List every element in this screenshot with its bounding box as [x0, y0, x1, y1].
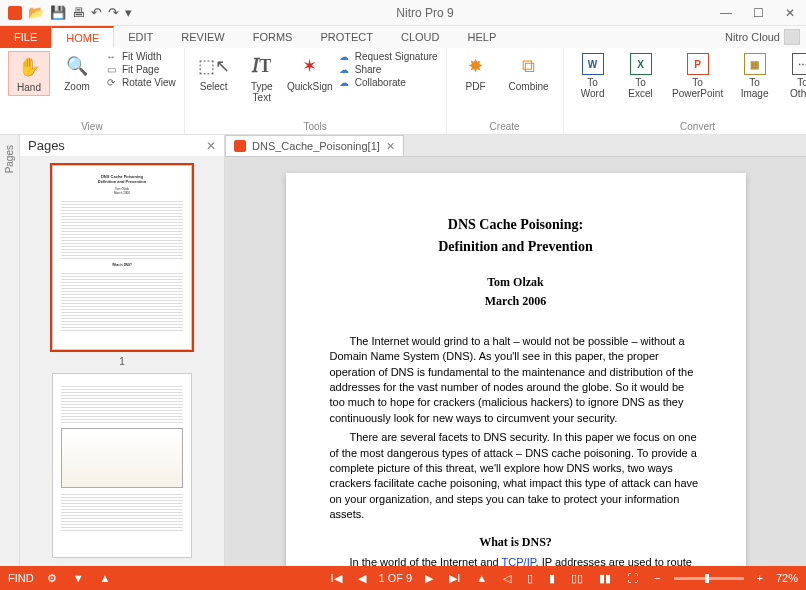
- prev-page-icon[interactable]: ◀: [355, 572, 369, 585]
- open-icon[interactable]: 📂: [28, 5, 44, 20]
- reqsig-icon: ☁: [337, 51, 351, 62]
- tab-forms[interactable]: FORMS: [239, 26, 307, 48]
- zoom-tool-button[interactable]: 🔍 Zoom: [56, 51, 98, 94]
- view-continuous-icon[interactable]: ▮: [546, 572, 558, 585]
- page-number-1: 1: [119, 356, 125, 367]
- type-text-label: Type Text: [251, 81, 273, 103]
- type-text-button[interactable]: 𝐼T Type Text: [241, 51, 283, 105]
- doc-title-1: DNS Cache Poisoning:: [330, 215, 702, 235]
- tab-protect[interactable]: PROTECT: [306, 26, 387, 48]
- group-convert: W To Word X To Excel P To PowerPoint ▦ T…: [564, 48, 806, 134]
- customize-icon[interactable]: ▾: [125, 5, 132, 20]
- tab-help[interactable]: HELP: [454, 26, 511, 48]
- to-image-button[interactable]: ▦ To Image: [734, 51, 776, 101]
- print-icon[interactable]: 🖶: [72, 5, 85, 20]
- document-tab-1[interactable]: DNS_Cache_Poisoning[1] ✕: [225, 135, 404, 156]
- collab-label: Collaborate: [355, 77, 406, 88]
- settings-icon[interactable]: ⚙: [44, 572, 60, 585]
- back-icon[interactable]: ◁: [500, 572, 514, 585]
- view-single-icon[interactable]: ▯: [524, 572, 536, 585]
- fit-page-icon: ▭: [104, 64, 118, 75]
- prev-find-icon[interactable]: ▼: [70, 572, 87, 584]
- zoom-out-icon[interactable]: −: [651, 572, 663, 584]
- request-signature-button[interactable]: ☁Request Signature: [337, 51, 438, 62]
- doc-author: Tom Olzak: [330, 274, 702, 291]
- zoom-in-icon[interactable]: +: [754, 572, 766, 584]
- next-page-icon[interactable]: ▶: [422, 572, 436, 585]
- close-button[interactable]: ✕: [774, 6, 806, 20]
- nitro-cloud-link[interactable]: Nitro Cloud: [719, 26, 806, 48]
- thumbnails-list[interactable]: DNS Cache PoisoningDefinition and Preven…: [20, 157, 224, 566]
- window-controls: — ☐ ✕: [710, 6, 806, 20]
- save-icon[interactable]: 💾: [50, 5, 66, 20]
- maximize-button[interactable]: ☐: [742, 6, 774, 20]
- hand-label: Hand: [17, 82, 41, 93]
- minimize-button[interactable]: —: [710, 6, 742, 20]
- zoom-slider-knob[interactable]: [705, 574, 709, 583]
- group-view-label: View: [8, 121, 176, 132]
- select-label: Select: [200, 81, 228, 92]
- view-facing-icon[interactable]: ▯▯: [568, 572, 586, 585]
- app-icon: [8, 6, 22, 20]
- zoom-slider[interactable]: [674, 577, 744, 580]
- redo-icon[interactable]: ↷: [108, 5, 119, 20]
- doc-title-2: Definition and Prevention: [330, 237, 702, 257]
- page-thumbnail-1[interactable]: DNS Cache PoisoningDefinition and Preven…: [52, 165, 192, 350]
- rotate-view-button[interactable]: ⟳Rotate View: [104, 77, 176, 88]
- tab-cloud[interactable]: CLOUD: [387, 26, 454, 48]
- pages-panel-close-icon[interactable]: ✕: [206, 139, 216, 153]
- share-button[interactable]: ☁Share: [337, 64, 438, 75]
- to-other-button[interactable]: ⋯ To Other: [782, 51, 806, 101]
- select-button[interactable]: ⬚↖ Select: [193, 51, 235, 94]
- doc-para-3: In the world of the Internet and TCP/IP,…: [330, 555, 702, 566]
- tab-home[interactable]: HOME: [51, 26, 114, 48]
- quicksign-button[interactable]: ✶ QuickSign: [289, 51, 331, 94]
- tab-review[interactable]: REVIEW: [167, 26, 238, 48]
- quicksign-icon: ✶: [297, 53, 323, 79]
- document-tab-1-close-icon[interactable]: ✕: [386, 140, 395, 153]
- create-pdf-button[interactable]: ✸ PDF: [455, 51, 497, 94]
- undo-icon[interactable]: ↶: [91, 5, 102, 20]
- word-icon: W: [582, 53, 604, 75]
- type-text-icon: 𝐼T: [249, 53, 275, 79]
- next-find-icon[interactable]: ▲: [97, 572, 114, 584]
- rotate-icon: ⟳: [104, 77, 118, 88]
- to-other-label: To Other: [790, 77, 806, 99]
- find-button[interactable]: FIND: [8, 572, 34, 584]
- to-word-button[interactable]: W To Word: [572, 51, 614, 101]
- other-icon: ⋯: [792, 53, 806, 75]
- collaborate-button[interactable]: ☁Collaborate: [337, 77, 438, 88]
- document-view[interactable]: DNS Cache Poisoning: Definition and Prev…: [225, 157, 806, 566]
- to-ppt-label: To PowerPoint: [672, 77, 723, 99]
- fit-width-button[interactable]: ↔Fit Width: [104, 51, 176, 62]
- to-excel-button[interactable]: X To Excel: [620, 51, 662, 101]
- combine-label: Combine: [509, 81, 549, 92]
- last-page-icon[interactable]: ▶I: [446, 572, 463, 585]
- to-image-label: To Image: [741, 77, 769, 99]
- document-tab-1-label: DNS_Cache_Poisoning[1]: [252, 140, 380, 152]
- zoom-level[interactable]: 72%: [776, 572, 798, 584]
- first-page-icon[interactable]: I◀: [327, 572, 344, 585]
- group-tools-label: Tools: [193, 121, 438, 132]
- hand-tool-button[interactable]: ✋ Hand: [8, 51, 50, 96]
- page-thumbnail-2[interactable]: [52, 373, 192, 558]
- link-tcpip[interactable]: TCP/IP: [502, 556, 536, 566]
- zoom-icon: 🔍: [64, 53, 90, 79]
- rotate-label: Rotate View: [122, 77, 176, 88]
- fit-page-button[interactable]: ▭Fit Page: [104, 64, 176, 75]
- to-powerpoint-button[interactable]: P To PowerPoint: [668, 51, 728, 101]
- pdf-doc-icon: [234, 140, 246, 152]
- pdf-label: PDF: [466, 81, 486, 92]
- side-tab-pages[interactable]: Pages: [4, 145, 15, 173]
- file-tab[interactable]: FILE: [0, 26, 51, 48]
- tab-edit[interactable]: EDIT: [114, 26, 167, 48]
- play-icon[interactable]: ▲: [473, 572, 490, 584]
- page-indicator[interactable]: 1 OF 9: [379, 572, 413, 584]
- share-label: Share: [355, 64, 382, 75]
- fit-width-label: Fit Width: [122, 51, 161, 62]
- combine-button[interactable]: ⧉ Combine: [503, 51, 555, 94]
- fullscreen-icon[interactable]: ⛶: [624, 572, 641, 584]
- zoom-label: Zoom: [64, 81, 90, 92]
- view-cont-facing-icon[interactable]: ▮▮: [596, 572, 614, 585]
- user-avatar-icon: [784, 29, 800, 45]
